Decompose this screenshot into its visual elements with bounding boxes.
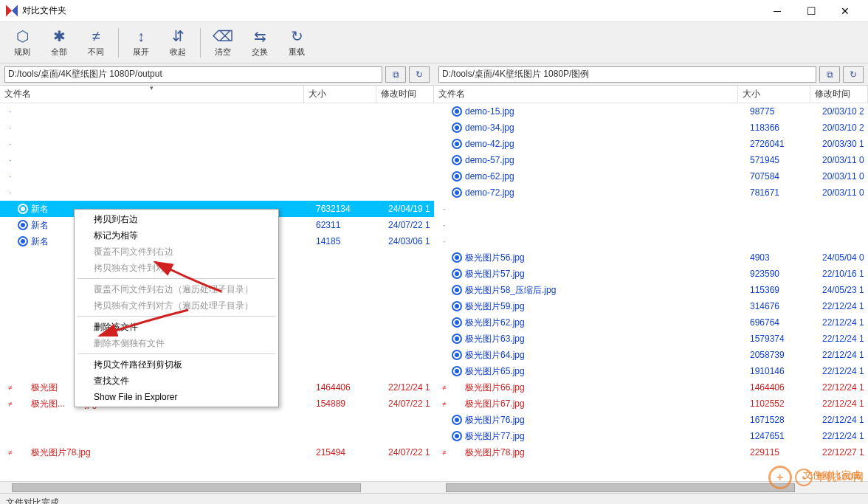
tool-label: 收起 [170,46,186,58]
tool-清空[interactable]: ⌫清空 [205,25,241,61]
left-browse-button[interactable]: ⧉ [385,66,406,83]
path-row: ⧉ ↻ ⧉ ↻ [0,63,868,86]
tool-交换[interactable]: ⇆交换 [242,25,278,61]
ctx-item[interactable]: 拷贝文件路径到剪切板 [75,356,278,373]
close-button[interactable]: ✕ [828,0,862,22]
file-name: 极光图片65.jpg [465,365,750,378]
titlebar: 对比文件夹 ─ ☐ ✕ [0,0,868,22]
file-row[interactable]: 极光图片56.jpg490324/05/04 0 [434,249,868,266]
file-row[interactable]: · [0,136,434,152]
file-time: 20/03/11 0 [822,171,868,182]
file-time: 22/12/24 1 [822,398,868,409]
right-pane[interactable]: demo-15.jpg9877520/03/10 2demo-34.jpg118… [434,103,868,481]
file-size: 1247651 [750,431,822,441]
context-menu: 拷贝到右边标记为相等覆盖不同文件到右边拷贝独有文件到对方覆盖不同文件到右边（遍历… [74,209,279,407]
file-row[interactable]: 极光图片77.jpg124765122/12/24 1 [434,428,868,444]
file-row[interactable]: 极光图片58_压缩后.jpg11536924/05/23 1 [434,282,868,298]
file-name: 极光图片59.jpg [465,300,750,313]
file-row[interactable] [0,412,434,428]
right-browse-button[interactable]: ⧉ [819,66,840,83]
file-row[interactable]: 极光图片59.jpg31467622/12/24 1 [434,298,868,314]
left-hscroll-thumb[interactable] [12,483,361,492]
file-row[interactable]: 极光图片57.jpg92359022/10/16 1 [434,266,868,282]
file-status-icon [452,139,462,149]
diff-marker-icon: · [6,156,15,165]
tool-不同[interactable]: ≠不同 [78,25,114,61]
file-row[interactable]: · [0,184,434,201]
file-row[interactable]: · [434,201,868,217]
file-row[interactable]: demo-15.jpg9877520/03/10 2 [434,103,868,120]
right-path-input[interactable] [438,66,816,83]
minimize-button[interactable]: ─ [760,0,794,22]
file-row[interactable]: demo-42.jpg272604120/03/30 1 [434,136,868,152]
file-row[interactable]: 极光图片65.jpg191014622/12/24 1 [434,363,868,379]
ctx-item[interactable]: 拷贝到右边 [75,211,278,227]
right-hscroll-thumb[interactable] [446,483,795,492]
left-header-time[interactable]: 修改时间 [376,86,434,103]
ctx-item[interactable]: 标记为相等 [75,227,278,244]
column-headers: 文件名▾ 大小 修改时间 文件名 大小 修改时间 [0,86,868,103]
file-status-icon [452,447,462,458]
file-row[interactable]: 极光图片63.jpg157937422/12/24 1 [434,331,868,347]
file-name: demo-42.jpg [465,139,750,149]
ctx-item[interactable]: 删除该文件 [75,319,278,335]
file-row[interactable]: · [434,233,868,249]
tool-icon: ⇵ [172,27,185,45]
diff-marker-icon: · [440,205,449,213]
status-text: 文件对比完成 [6,497,59,504]
right-header-time[interactable]: 修改时间 [810,86,868,103]
maximize-button[interactable]: ☐ [794,0,828,22]
file-status-icon [452,171,462,182]
file-row[interactable]: · [0,152,434,168]
file-row[interactable]: ≠极光图片78.jpg21549424/07/22 1 [0,444,434,460]
file-row[interactable]: demo-72.jpg78167120/03/11 0 [434,184,868,201]
file-row[interactable]: · [434,217,868,233]
file-row[interactable]: · [0,120,434,136]
tool-展开[interactable]: ↕展开 [123,25,159,61]
file-time: 22/12/24 1 [388,382,434,393]
file-row[interactable]: 极光图片62.jpg69676422/12/24 1 [434,314,868,331]
file-time: 20/03/10 2 [822,106,868,117]
file-status-icon [452,187,462,198]
diff-marker-icon: · [6,173,15,181]
tool-label: 全部 [51,46,67,58]
file-size: 118366 [750,122,822,133]
tool-label: 清空 [215,46,231,58]
file-row[interactable]: ≠极光图片66.jpg146440622/12/24 1 [434,379,868,396]
right-header-name[interactable]: 文件名 [434,86,738,103]
file-row[interactable]: ≠极光图片67.jpg110255222/12/24 1 [434,396,868,412]
file-size: 1910146 [750,366,822,376]
left-refresh-button[interactable]: ↻ [409,66,430,83]
file-row[interactable]: demo-34.jpg11836620/03/10 2 [434,120,868,136]
left-header-size[interactable]: 大小 [304,86,376,103]
tool-icon: ≠ [92,27,100,45]
diff-marker-icon: · [440,238,449,246]
file-status-icon [452,366,462,376]
ctx-item[interactable]: 查找文件 [75,373,278,389]
file-size: 1671528 [750,415,822,425]
file-row[interactable] [0,428,434,444]
file-size: 2726041 [750,139,822,149]
file-row[interactable]: demo-62.jpg70758420/03/11 0 [434,168,868,184]
right-header-size[interactable]: 大小 [738,86,810,103]
left-path-input[interactable] [4,66,382,83]
tool-重载[interactable]: ↻重载 [279,25,314,61]
tool-icon: ↻ [291,27,303,45]
file-row[interactable]: 极光图片64.jpg205873922/12/24 1 [434,347,868,363]
diff-marker-icon: ≠ [440,400,449,408]
file-row[interactable]: demo-57.jpg57194520/03/11 0 [434,152,868,168]
tool-收起[interactable]: ⇵收起 [160,25,196,61]
file-status-icon [452,317,462,328]
left-header-name[interactable]: 文件名▾ [0,86,304,103]
tool-全部[interactable]: ✱全部 [41,25,77,61]
file-size: 1579374 [750,334,822,344]
file-row[interactable]: ≠极光图片78.jpg22911522/12/27 1 [434,444,868,460]
file-row[interactable]: 极光图片76.jpg167152822/12/24 1 [434,412,868,428]
tool-icon: ⌫ [213,27,233,45]
file-status-icon [18,447,28,458]
file-row[interactable]: · [0,168,434,184]
ctx-item[interactable]: Show File in Explorer [75,389,278,405]
file-row[interactable]: · [0,103,434,120]
right-refresh-button[interactable]: ↻ [843,66,864,83]
tool-规则[interactable]: ⬡规则 [4,25,40,61]
